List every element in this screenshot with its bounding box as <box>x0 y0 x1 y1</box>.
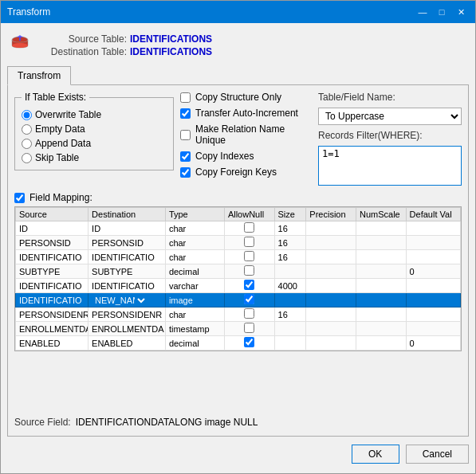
header-labels: Source Table: IDENTIFICATIONS Destinatio… <box>39 33 212 57</box>
table-cell[interactable] <box>224 308 274 322</box>
table-cell <box>306 308 356 322</box>
table-row[interactable]: IDIDchar16 <box>16 221 461 236</box>
cb-copy-structure-input[interactable] <box>180 92 191 103</box>
table-cell <box>306 336 356 351</box>
window-body: Source Table: IDENTIFICATIONS Destinatio… <box>1 23 475 473</box>
window-title: Transform <box>7 6 50 18</box>
dest-table-row: Destination Table: IDENTIFICATIONS <box>39 46 212 57</box>
table-header: Source Destination Type AllowNull Size P… <box>16 208 461 221</box>
maximize-button[interactable]: □ <box>434 6 450 18</box>
table-wrapper[interactable]: Source Destination Type AllowNull Size P… <box>15 207 461 351</box>
table-cell <box>306 250 356 264</box>
radio-overwrite-input[interactable] <box>22 110 32 120</box>
table-cell <box>306 322 356 336</box>
radio-empty[interactable]: Empty Data <box>22 123 167 135</box>
allow-null-checkbox[interactable] <box>244 237 254 247</box>
table-cell: PERSONSID <box>16 236 89 250</box>
allow-null-checkbox[interactable] <box>244 280 254 290</box>
table-scroll-outer: Source Destination Type AllowNull Size P… <box>14 206 462 351</box>
table-row[interactable]: IDENTIFICATIONEW_NAMEimage <box>16 293 461 308</box>
table-row[interactable]: PERSONSIDENRPERSONSIDENRchar16 <box>16 308 461 322</box>
table-cell: varchar <box>165 279 224 293</box>
field-mapping-label: Field Mapping: <box>30 192 92 203</box>
table-cell[interactable] <box>224 336 274 351</box>
table-row[interactable]: ENROLLMENTDAENROLLMENTDAtimestamp <box>16 322 461 336</box>
table-field-name-select[interactable]: To Uppercase To Lowercase No Change <box>318 108 462 125</box>
allow-null-checkbox[interactable] <box>244 251 254 261</box>
allow-null-checkbox[interactable] <box>244 337 254 347</box>
radio-skip-input[interactable] <box>22 153 32 163</box>
header-row: Source Destination Type AllowNull Size P… <box>16 208 461 221</box>
table-cell <box>306 221 356 236</box>
dest-select[interactable]: NEW_NAME <box>92 295 148 306</box>
cb-copy-foreign[interactable]: Copy Foreign Keys <box>180 166 312 178</box>
table-cell[interactable] <box>224 250 274 264</box>
table-cell: ENROLLMENTDA <box>16 322 89 336</box>
cb-copy-structure-label: Copy Structure Only <box>195 92 281 103</box>
table-cell[interactable] <box>224 279 274 293</box>
source-table-label: Source Table: <box>39 33 127 45</box>
table-row[interactable]: IDENTIFICATIOIDENTIFICATIOchar16 <box>16 250 461 264</box>
ok-button[interactable]: OK <box>352 445 399 464</box>
table-cell: 16 <box>274 308 306 322</box>
radio-group: Overwrite Table Empty Data Append Data <box>22 106 167 163</box>
radio-append-input[interactable] <box>22 139 32 149</box>
table-cell: char <box>165 236 224 250</box>
svg-marker-2 <box>17 35 23 37</box>
th-numscale: NumScale <box>356 208 406 221</box>
table-cell <box>406 250 460 264</box>
db-icon <box>7 33 33 58</box>
table-cell[interactable] <box>224 264 274 279</box>
table-cell[interactable] <box>224 293 274 308</box>
table-cell: image <box>165 293 224 308</box>
cb-copy-structure[interactable]: Copy Structure Only <box>180 92 312 103</box>
svg-rect-3 <box>19 37 21 41</box>
allow-null-checkbox[interactable] <box>244 323 254 333</box>
cb-transfer-auto-input[interactable] <box>180 108 191 119</box>
cb-transfer-auto[interactable]: Transfer Auto-Increment <box>180 108 312 119</box>
cb-copy-foreign-input[interactable] <box>180 167 191 178</box>
table-cell: ENABLED <box>16 336 89 351</box>
cb-copy-indexes[interactable]: Copy Indexes <box>180 151 312 162</box>
cancel-button[interactable]: Cancel <box>406 445 469 464</box>
cb-copy-indexes-input[interactable] <box>180 151 191 162</box>
table-row[interactable]: SUBTYPESUBTYPEdecimal0 <box>16 264 461 279</box>
allow-null-checkbox[interactable] <box>244 294 254 304</box>
table-row[interactable]: PERSONSIDPERSONSIDchar16 <box>16 236 461 250</box>
tab-container: Transfrom If Table Exists: Overwrite Tab… <box>7 66 469 437</box>
table-cell <box>356 293 406 308</box>
table-row[interactable]: ENABLEDENABLEDdecimal0 <box>16 336 461 351</box>
table-cell: 0 <box>406 264 460 279</box>
radio-skip[interactable]: Skip Table <box>22 152 167 163</box>
allow-null-checkbox[interactable] <box>244 265 254 276</box>
minimize-button[interactable]: — <box>415 6 431 18</box>
table-cell <box>274 336 306 351</box>
allow-null-checkbox[interactable] <box>244 222 254 233</box>
table-cell <box>356 308 406 322</box>
field-mapping-checkbox[interactable] <box>14 193 25 203</box>
cb-make-relation[interactable]: Make Relation Name Unique <box>180 123 312 146</box>
field-mapping-table: Source Destination Type AllowNull Size P… <box>15 207 461 351</box>
th-size: Size <box>274 208 306 221</box>
radio-append[interactable]: Append Data <box>22 138 167 149</box>
table-cell: PERSONSIDENR <box>89 308 166 322</box>
header-row: Source Table: IDENTIFICATIONS Destinatio… <box>7 29 469 61</box>
table-cell[interactable] <box>224 236 274 250</box>
close-button[interactable]: ✕ <box>453 6 469 18</box>
middle-checkbox-group: Copy Structure Only Transfer Auto-Increm… <box>180 92 312 178</box>
tab-transfrom[interactable]: Transfrom <box>7 66 71 85</box>
table-cell[interactable] <box>224 322 274 336</box>
records-filter-input[interactable]: 1=1 <box>318 146 462 186</box>
table-cell[interactable] <box>224 221 274 236</box>
radio-overwrite[interactable]: Overwrite Table <box>22 109 167 120</box>
radio-overwrite-label: Overwrite Table <box>35 109 101 120</box>
table-row[interactable]: IDENTIFICATIOIDENTIFICATIOvarchar4000 <box>16 279 461 293</box>
top-section: If Table Exists: Overwrite Table Empty D… <box>14 92 462 186</box>
field-mapping-section: Field Mapping: Source Destination Type <box>14 192 462 409</box>
table-cell: PERSONSID <box>89 236 166 250</box>
source-field-row: Source Field: IDENTIFICATIONDATALONG ima… <box>14 415 462 429</box>
radio-empty-input[interactable] <box>22 124 32 135</box>
table-cell <box>356 336 406 351</box>
allow-null-checkbox[interactable] <box>244 308 254 319</box>
cb-make-relation-input[interactable] <box>180 130 191 140</box>
